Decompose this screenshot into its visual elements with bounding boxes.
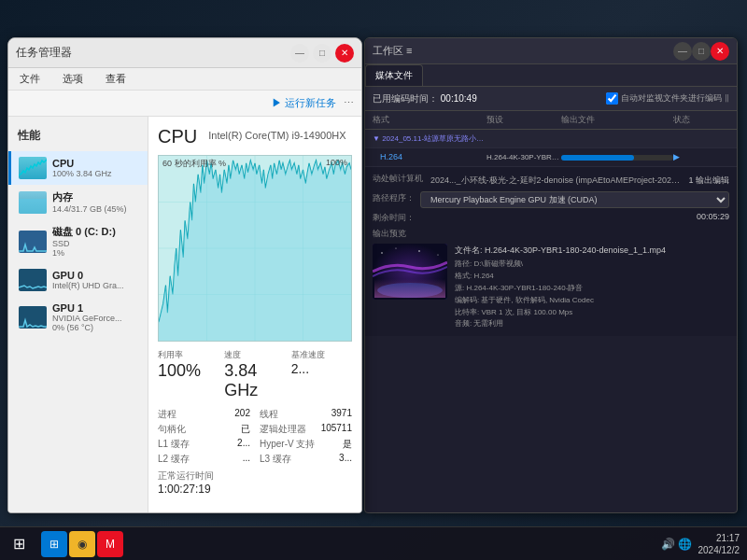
uptime-row: 正常运行时间 1:00:27:19 bbox=[158, 469, 352, 496]
enc-preview: 文件名: H.264-4K-30P-YBR1-180-240-denoise_1… bbox=[373, 244, 729, 330]
menu-view[interactable]: 查看 bbox=[102, 70, 130, 88]
gpu0-mini-graph bbox=[19, 269, 47, 291]
encoder-bottom: 动处帧计算机 2024..._小环线-极光-之-延时2-denoise (imp… bbox=[365, 167, 737, 336]
cpu-model-label: Intel(R) Core(TM) i9-14900HX bbox=[208, 126, 345, 141]
sidebar-item-gpu1[interactable]: GPU 1 NVIDIA GeForce... 0% (56 °C) bbox=[8, 297, 148, 338]
gpu0-item-info: GPU 0 Intel(R) UHD Gra... bbox=[52, 270, 140, 290]
start-button[interactable]: ⊞ bbox=[0, 527, 37, 561]
minimize-button[interactable]: — bbox=[290, 44, 309, 63]
enc-timer-label: 已用编码时间： 00:10:49 bbox=[373, 92, 477, 105]
close-button[interactable]: ✕ bbox=[335, 44, 354, 63]
run-task-button[interactable]: ▶ 运行新任务 bbox=[272, 96, 336, 110]
sidebar-item-gpu0[interactable]: GPU 0 Intel(R) UHD Gra... bbox=[8, 263, 148, 297]
cpu-stats-grid: 利用率 100% 速度 3.84 GHz 基准速度 2... bbox=[158, 349, 352, 400]
processes-label: 进程 bbox=[158, 408, 176, 421]
threads-label: 线程 bbox=[260, 408, 278, 421]
l2-row: L2 缓存 ... bbox=[158, 453, 250, 466]
taskbar-icon-windows[interactable]: ⊞ bbox=[41, 531, 67, 557]
utilization-stat: 利用率 100% bbox=[158, 349, 218, 400]
gpu1-item-info: GPU 1 NVIDIA GeForce... 0% (56 °C) bbox=[52, 302, 140, 332]
file-info-bitrate: 比特率: VBR 1 次, 目标 100.00 Mps bbox=[455, 307, 729, 319]
l1-value: 2... bbox=[237, 438, 250, 451]
gpu1-item-temp: 0% (56 °C) bbox=[52, 323, 140, 332]
table-row-group[interactable]: ▼ 2024_05.11-站源草原无路小环线-极光-之-延时2-denoise bbox=[365, 130, 737, 148]
taskbar-icons: ⊞ ◉ M bbox=[37, 531, 127, 557]
encoder-toolbar: 已用编码时间： 00:10:49 自动对监视文件夹进行编码 ‖ bbox=[365, 87, 737, 111]
uptime-value: 1:00:27:19 bbox=[158, 483, 211, 496]
preview-thumbnail bbox=[373, 244, 447, 300]
cpu-graph-label: 60 秒的利用率 % bbox=[162, 158, 226, 170]
encoder-label: 路径程序： bbox=[373, 192, 415, 204]
base-speed-stat: 基准速度 2... bbox=[291, 349, 352, 400]
menu-options[interactable]: 选项 bbox=[59, 70, 87, 88]
table-row-encode[interactable]: H.264 H.264-4K-30P-YBR1-180-240-静音 ▶ bbox=[365, 148, 737, 167]
enc-minimize-button[interactable]: — bbox=[673, 42, 692, 61]
logical-value: 105711 bbox=[321, 423, 352, 436]
enc-maximize-button[interactable]: □ bbox=[692, 42, 711, 61]
memory-item-info: 内存 14.4/31.7 GB (45%) bbox=[52, 190, 140, 214]
speed-stat: 速度 3.84 GHz bbox=[224, 349, 285, 400]
cpu-item-detail: 100% 3.84 GHz bbox=[52, 169, 140, 178]
encoder-tabs: 媒体文件 bbox=[365, 64, 737, 87]
utilization-value: 100% bbox=[158, 361, 218, 381]
col-format: 格式 bbox=[373, 114, 486, 126]
sidebar-item-cpu[interactable]: CPU 100% 3.84 GHz bbox=[8, 151, 148, 185]
toolbar: ▶ 运行新任务 ⋯ bbox=[8, 91, 361, 117]
cpu-detail-panel: CPU Intel(R) Core(TM) i9-14900HX 60 秒的利用… bbox=[148, 117, 361, 512]
taskbar-icon-yellow[interactable]: ◉ bbox=[69, 531, 95, 557]
gpu0-item-name: GPU 0 bbox=[52, 270, 140, 281]
file-path-label: 2024..._小环线-极光-之-延时2-denoise (impAEtoAME… bbox=[430, 175, 681, 187]
clock-time: 21:17 bbox=[698, 532, 740, 544]
window-controls: — □ ✕ bbox=[290, 44, 354, 63]
sidebar-header: 性能 bbox=[8, 124, 148, 151]
preview-overlay bbox=[374, 279, 445, 298]
menu-file[interactable]: 文件 bbox=[16, 70, 44, 88]
handles-value: 已 bbox=[241, 423, 250, 436]
sidebar-item-memory[interactable]: 内存 14.4/31.7 GB (45%) bbox=[8, 185, 148, 219]
memory-item-name: 内存 bbox=[52, 190, 140, 204]
task-manager-titlebar: 任务管理器 — □ ✕ bbox=[8, 38, 361, 68]
speed-value: 3.84 GHz bbox=[224, 361, 285, 400]
tab-media-files[interactable]: 媒体文件 bbox=[365, 64, 423, 86]
l1-label: L1 缓存 bbox=[158, 438, 190, 451]
file-info-path: 路径: D:\新磁带视频\ bbox=[455, 259, 729, 271]
disk-item-pct: 1% bbox=[52, 248, 140, 258]
task-manager-title: 任务管理器 bbox=[16, 45, 290, 61]
task-manager-window: 任务管理器 — □ ✕ 文件 选项 查看 ▶ 运行新任务 ⋯ 性能 bbox=[7, 37, 362, 513]
taskbar: ⊞ ⊞ ◉ M 🔊 🌐 21:17 2024/12/2 bbox=[0, 526, 747, 560]
cpu-graph-pct: 100% bbox=[326, 158, 347, 167]
performance-sidebar: 性能 CPU 100% 3.84 GHz bbox=[8, 117, 148, 512]
encoder-select[interactable]: Mercury Playback Engine GPU 加速 (CUDA) bbox=[420, 191, 729, 208]
encoder-title: 工作区 ≡ bbox=[373, 44, 673, 58]
maximize-button[interactable]: □ bbox=[313, 44, 331, 63]
svg-point-14 bbox=[437, 254, 438, 255]
col-status: 状态 bbox=[673, 114, 729, 126]
processes-row: 进程 202 bbox=[158, 408, 250, 421]
file-info-panel: 文件名: H.264-4K-30P-YBR1-180-240-denoise_1… bbox=[455, 244, 729, 330]
file-info-filename: 文件名: H.264-4K-30P-YBR1-180-240-denoise_1… bbox=[455, 244, 729, 257]
gpu1-item-name: GPU 1 bbox=[52, 302, 140, 314]
enc-close-button[interactable]: ✕ bbox=[711, 42, 729, 61]
threads-value: 3971 bbox=[331, 408, 352, 421]
cpu-details-grid: 进程 202 线程 3971 句柄化 已 逻辑处理器 105711 bbox=[158, 408, 352, 466]
gpu1-item-detail: NVIDIA GeForce... bbox=[52, 314, 140, 323]
l2-label: L2 缓存 bbox=[158, 453, 190, 466]
logical-label: 逻辑处理器 bbox=[260, 423, 306, 436]
l3-row: L3 缓存 3... bbox=[260, 453, 352, 466]
taskbar-icon-red[interactable]: M bbox=[97, 531, 123, 557]
file-info-audio: 音频: 无需利用 bbox=[455, 318, 729, 330]
auto-encode-checkbox[interactable] bbox=[606, 92, 618, 105]
hyperv-row: Hyper-V 支持 是 bbox=[260, 438, 352, 451]
clock-date: 2024/12/2 bbox=[698, 544, 740, 556]
disk-item-info: 磁盘 0 (C: D:) SSD 1% bbox=[52, 225, 140, 258]
desktop: 任务管理器 — □ ✕ 文件 选项 查看 ▶ 运行新任务 ⋯ 性能 bbox=[0, 0, 747, 560]
more-options-icon[interactable]: ⋯ bbox=[344, 97, 354, 109]
disk-mini-graph bbox=[19, 231, 47, 253]
timer2-value: 00:05:29 bbox=[697, 212, 729, 224]
encoder-select-row: 路径程序： Mercury Playback Engine GPU 加速 (CU… bbox=[373, 191, 729, 208]
svg-point-12 bbox=[395, 247, 396, 248]
sidebar-item-disk[interactable]: 磁盘 0 (C: D:) SSD 1% bbox=[8, 219, 148, 263]
hyperv-label: Hyper-V 支持 bbox=[260, 438, 315, 451]
machine-label: 动处帧计算机 bbox=[373, 173, 423, 185]
cpu-header: CPU Intel(R) Core(TM) i9-14900HX bbox=[158, 126, 352, 147]
